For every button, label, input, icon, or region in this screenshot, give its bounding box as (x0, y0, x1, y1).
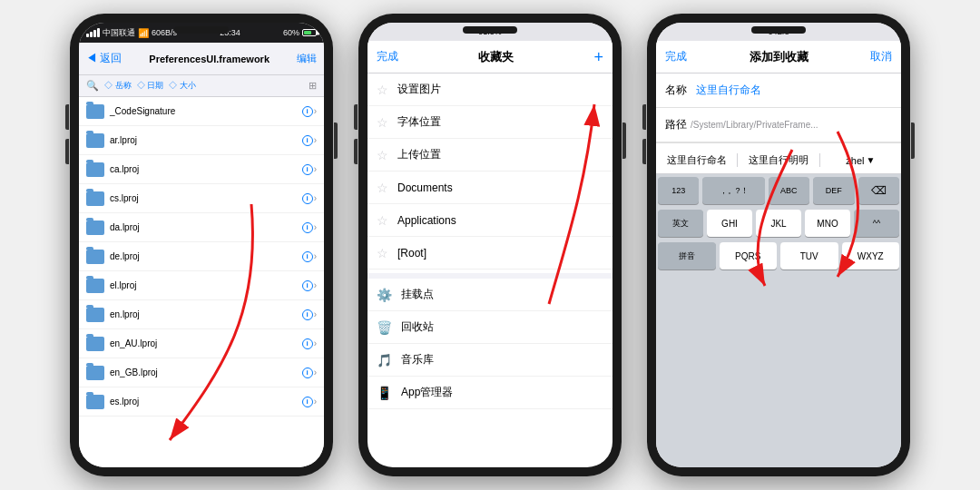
folder-icon (86, 133, 104, 148)
sort-size[interactable]: ◇ 大小 (169, 80, 196, 92)
key-punct[interactable]: ，。?！ (702, 177, 764, 204)
key-jkl-label: JKL (770, 219, 786, 229)
section2-item[interactable]: 🎵 音乐库 (368, 344, 612, 377)
key-tuv-label: TUV (800, 251, 818, 261)
file-info[interactable]: i › (302, 280, 317, 291)
file-list-item[interactable]: en_AU.lproj i › (79, 329, 324, 358)
section2-icon: 🗑️ (377, 320, 392, 335)
star-icon: ☆ (377, 115, 388, 130)
section2-icon: ⚙️ (377, 288, 392, 302)
key-tuv[interactable]: TUV (780, 242, 838, 270)
phone-1: 中国联通 📶 606B/s 23:34 60% ◀ 返回 Preferences… (70, 14, 333, 476)
info-circle[interactable]: i (302, 309, 313, 320)
key-caps[interactable]: ^^ (854, 210, 899, 237)
suggestion-2[interactable]: 这里自行明明 (738, 153, 819, 167)
favorite-item[interactable]: ☆ Documents (368, 172, 612, 204)
file-info[interactable]: i › (302, 338, 317, 349)
key-def[interactable]: DEF (813, 177, 854, 204)
info-circle[interactable]: i (302, 164, 313, 175)
info-circle[interactable]: i (302, 338, 313, 349)
star-icon: ☆ (377, 246, 388, 260)
file-info[interactable]: i › (302, 309, 317, 320)
key-123-label: 123 (671, 186, 685, 195)
file-list-item[interactable]: ca.lproj i › (79, 155, 324, 184)
favorite-item[interactable]: ☆ Applications (368, 204, 612, 237)
p3-cancel-button[interactable]: 取消 (870, 49, 892, 64)
signal-icon (86, 28, 100, 37)
key-english[interactable]: 英文 (658, 210, 703, 237)
info-circle[interactable]: i (302, 397, 313, 407)
file-info[interactable]: i › (302, 106, 317, 117)
file-info[interactable]: i › (302, 135, 317, 146)
favorite-item[interactable]: ☆ [Root] (368, 237, 612, 270)
phone-2-btn-vol-up (354, 104, 358, 130)
info-circle[interactable]: i (302, 222, 313, 233)
file-list-item[interactable]: el.lproj i › (79, 271, 324, 300)
status-left: 中国联通 📶 606B/s (86, 27, 177, 39)
info-circle[interactable]: i (302, 280, 313, 291)
file-list-item[interactable]: da.lproj i › (79, 213, 324, 242)
info-circle[interactable]: i (302, 135, 313, 146)
file-list-item[interactable]: es.lproj i › (79, 387, 324, 416)
keyboard-row-3: 拼音 PQRS TUV WXYZ (656, 240, 901, 272)
folder-icon (86, 191, 104, 206)
p3-done-button[interactable]: 完成 (665, 49, 687, 64)
suggestion-3[interactable]: zhel ▼ (820, 155, 901, 166)
grid-icon[interactable]: ⊞ (309, 80, 317, 92)
favorite-item[interactable]: ☆ 字体位置 (368, 106, 612, 139)
favorite-item[interactable]: ☆ 上传位置 (368, 139, 612, 172)
phone-3: 64B/s 完成 添加到收藏 取消 名称 路径 /System/Library/… (647, 14, 910, 476)
favorite-label: Applications (397, 214, 456, 227)
favorite-item[interactable]: ☆ 设置图片 (368, 74, 612, 106)
file-list-item[interactable]: en_GB.lproj i › (79, 358, 324, 387)
carrier-label: 中国联通 (103, 27, 135, 39)
file-info[interactable]: i › (302, 193, 317, 204)
key-pinyin[interactable]: 拼音 (658, 242, 716, 270)
section2-item[interactable]: ⚙️ 挂载点 (368, 279, 612, 311)
file-name: es.lproj (110, 397, 302, 407)
p2-done-button[interactable]: 完成 (377, 49, 398, 64)
sort-name[interactable]: ◇ 岳称 (104, 80, 132, 92)
file-list-item[interactable]: ar.lproj i › (79, 126, 324, 155)
favorites-list: ☆ 设置图片 ☆ 字体位置 ☆ 上传位置 ☆ Documents ☆ Appli… (368, 74, 612, 270)
file-list-item[interactable]: cs.lproj i › (79, 184, 324, 213)
p2-add-button[interactable]: + (593, 49, 603, 65)
suggestion-1[interactable]: 这里自行命名 (656, 153, 738, 167)
key-123[interactable]: 123 (658, 177, 699, 204)
file-list-item[interactable]: _CodeSignature i › (79, 97, 324, 126)
info-circle[interactable]: i (302, 368, 313, 378)
phone-3-screen: 64B/s 完成 添加到收藏 取消 名称 路径 /System/Library/… (656, 23, 901, 467)
key-mno[interactable]: MNO (805, 210, 850, 237)
sort-date[interactable]: ◇ 日期 (137, 80, 164, 92)
file-name: en.lproj (110, 309, 302, 319)
phone-btn-power (334, 122, 338, 159)
key-delete[interactable]: ⌫ (858, 177, 899, 204)
file-info[interactable]: i › (302, 222, 317, 233)
section2-item[interactable]: 📱 App管理器 (368, 377, 612, 409)
key-wxyz[interactable]: WXYZ (842, 242, 900, 270)
phone-2-screen: 91.3% 完成 收藏夹 + ☆ 设置图片 ☆ 字体位置 ☆ 上传位置 ☆ Do… (368, 23, 612, 467)
file-list-item[interactable]: de.lproj i › (79, 242, 324, 271)
key-english-label: 英文 (672, 218, 689, 230)
key-abc[interactable]: ABC (769, 177, 809, 204)
file-info[interactable]: i › (302, 164, 317, 175)
edit-button[interactable]: 编辑 (297, 52, 317, 65)
file-info[interactable]: i › (302, 251, 317, 262)
name-field-input[interactable] (691, 84, 892, 97)
keyboard: 这里自行命名 这里自行明明 zhel ▼ 123 ，。?！ ABC DEF ⌫ … (656, 147, 901, 467)
section2-item[interactable]: 🗑️ 回收站 (368, 311, 612, 344)
file-info[interactable]: i › (302, 397, 317, 407)
info-circle[interactable]: i (302, 193, 313, 204)
info-circle[interactable]: i (302, 251, 313, 262)
file-info[interactable]: i › (302, 368, 317, 378)
folder-icon (86, 337, 104, 351)
info-circle[interactable]: i (302, 106, 313, 117)
key-caps-label: ^^ (873, 219, 880, 228)
status-right: 60% (283, 28, 317, 37)
key-jkl[interactable]: JKL (756, 210, 801, 237)
file-list-item[interactable]: en.lproj i › (79, 300, 324, 329)
section2-label: App管理器 (401, 385, 453, 400)
key-ghi[interactable]: GHI (707, 210, 752, 237)
key-pqrs[interactable]: PQRS (720, 242, 778, 270)
back-button[interactable]: ◀ 返回 (86, 51, 122, 66)
